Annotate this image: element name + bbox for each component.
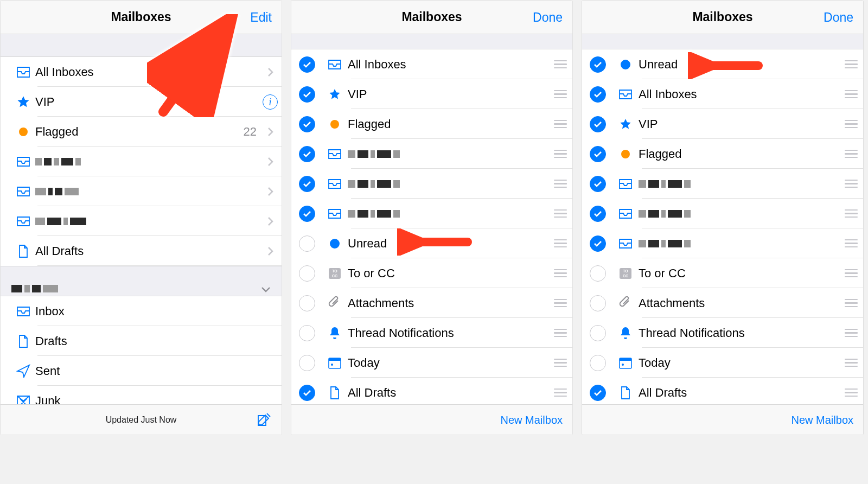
mailbox-row-vip[interactable]: VIP i [1,87,282,117]
mailbox-edit-row[interactable]: All Inboxes [582,79,863,109]
checkbox[interactable] [299,385,315,401]
mailbox-row-all-inboxes[interactable]: All Inboxes [1,57,282,87]
mailbox-edit-row[interactable] [582,228,863,258]
drag-handle-icon[interactable] [548,239,572,247]
drag-handle-icon[interactable] [839,329,863,337]
mailbox-row-account-1[interactable] [1,147,282,176]
checkbox[interactable] [590,235,606,252]
drag-handle-icon[interactable] [839,120,863,128]
mailbox-edit-row[interactable] [291,199,572,228]
drag-handle-icon[interactable] [839,60,863,68]
checkbox[interactable] [299,295,315,311]
drag-handle-icon[interactable] [839,180,863,188]
checkbox[interactable] [590,56,606,73]
account-row-sent[interactable]: Sent [1,356,282,386]
drag-handle-icon[interactable] [839,209,863,218]
drag-handle-icon[interactable] [839,359,863,367]
mailbox-edit-row[interactable]: Flagged [291,109,572,139]
account-section-header[interactable] [1,266,282,296]
drag-handle-icon[interactable] [548,90,572,98]
checkbox[interactable] [299,325,315,341]
checkbox[interactable] [299,146,315,162]
mailbox-edit-row[interactable]: All Drafts [582,378,863,404]
checkbox[interactable] [299,355,315,371]
checkbox[interactable] [590,86,606,103]
drag-handle-icon[interactable] [548,120,572,128]
checkbox[interactable] [590,325,606,341]
mailbox-label: All Inboxes [639,87,839,101]
mailbox-list: All Inboxes VIP i Flagged 22 [1,57,282,404]
account-row-drafts[interactable]: Drafts [1,326,282,356]
mailbox-edit-row[interactable]: All Drafts [291,378,572,404]
drag-handle-icon[interactable] [548,180,572,188]
drag-handle-icon[interactable] [839,299,863,307]
mailbox-label: Unread [639,58,839,72]
mailbox-edit-row[interactable]: Attachments [582,288,863,318]
mailbox-edit-row[interactable]: Today [291,348,572,378]
mailbox-row-account-3[interactable] [1,206,282,236]
drag-handle-icon[interactable] [548,389,572,397]
done-button[interactable]: Done [533,1,563,34]
mailbox-row-account-2[interactable] [1,176,282,206]
checkbox[interactable] [299,265,315,282]
mailbox-edit-row[interactable]: TOCCTo or CC [291,258,572,288]
account-row-inbox[interactable]: Inbox [1,296,282,326]
edit-button[interactable]: Edit [250,1,272,34]
chevron-right-icon [259,67,282,77]
toolbar: New Mailbox [291,404,572,435]
mailbox-edit-row[interactable]: Thread Notifications [582,318,863,348]
mailbox-edit-row[interactable] [582,199,863,228]
mailbox-edit-row[interactable] [582,169,863,199]
drag-handle-icon[interactable] [548,299,572,307]
mailbox-edit-row[interactable]: TOCCTo or CC [582,258,863,288]
mailbox-edit-row[interactable] [291,139,572,169]
mailbox-row-flagged[interactable]: Flagged 22 [1,117,282,147]
drag-handle-icon[interactable] [548,150,572,158]
chevron-right-icon [259,127,282,137]
mailbox-row-all-drafts[interactable]: All Drafts [1,236,282,266]
checkbox[interactable] [590,265,606,282]
drag-handle-icon[interactable] [839,269,863,277]
new-mailbox-button[interactable]: New Mailbox [792,405,853,435]
svg-text:TO: TO [332,269,337,273]
drag-handle-icon[interactable] [839,389,863,397]
checkbox[interactable] [299,86,315,103]
drag-handle-icon[interactable] [839,90,863,98]
done-button[interactable]: Done [824,1,853,34]
checkbox[interactable] [590,295,606,311]
checkbox[interactable] [299,235,315,252]
checkbox[interactable] [590,176,606,192]
mailbox-edit-row[interactable]: All Inboxes [291,49,572,79]
new-mailbox-button[interactable]: New Mailbox [501,405,563,435]
mailbox-edit-row[interactable]: Thread Notifications [291,318,572,348]
mailbox-edit-row[interactable]: Unread [582,49,863,79]
checkbox[interactable] [299,116,315,132]
drag-handle-icon[interactable] [548,60,572,68]
drag-handle-icon[interactable] [548,269,572,277]
mailbox-edit-row[interactable]: VIP [291,79,572,109]
mailbox-edit-row[interactable]: Unread [291,228,572,258]
checkbox[interactable] [299,206,315,222]
checkbox[interactable] [590,385,606,401]
inbox-icon [612,238,639,250]
checkbox[interactable] [590,116,606,132]
info-icon[interactable]: i [259,94,282,110]
checkbox[interactable] [299,176,315,192]
checkbox[interactable] [590,355,606,371]
drag-handle-icon[interactable] [548,329,572,337]
drag-handle-icon[interactable] [839,150,863,158]
mailbox-edit-row[interactable]: VIP [582,109,863,139]
drag-handle-icon[interactable] [548,359,572,367]
mailbox-edit-row[interactable]: Flagged [582,139,863,169]
drag-handle-icon[interactable] [548,209,572,218]
checkbox[interactable] [299,56,315,73]
mailbox-edit-row[interactable]: Attachments [291,288,572,318]
checkbox[interactable] [590,206,606,222]
mailbox-edit-row[interactable]: Today [582,348,863,378]
account-row-junk[interactable]: Junk [1,386,282,404]
compose-button[interactable] [256,405,272,435]
drag-handle-icon[interactable] [839,239,863,247]
mailbox-edit-row[interactable] [291,169,572,199]
svg-text:TO: TO [623,269,628,273]
checkbox[interactable] [590,146,606,162]
